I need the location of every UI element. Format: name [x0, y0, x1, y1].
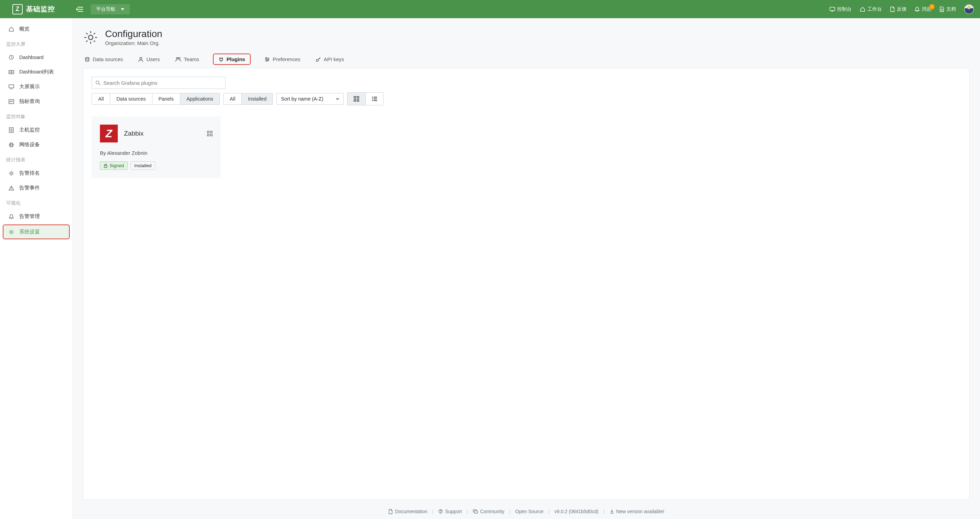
svg-rect-44 — [354, 100, 356, 101]
page-header: Configuration Organization: Main Org. — [83, 29, 970, 46]
message-badge: 1 — [929, 4, 935, 10]
monitor-icon — [8, 84, 14, 90]
plug-icon — [218, 57, 224, 62]
sidebar-group-reports: 统计报表 — [0, 152, 72, 166]
sort-select[interactable]: Sort by name (A-Z) — [277, 93, 344, 105]
platform-nav-dropdown[interactable]: 平台导航 — [91, 4, 130, 14]
svg-point-28 — [89, 35, 93, 40]
filter-install-all[interactable]: All — [224, 94, 242, 104]
page-subtitle: Organization: Main Org. — [105, 40, 162, 46]
nav-feedback[interactable]: 反馈 — [890, 6, 907, 12]
sidebar-collapse-button[interactable] — [73, 0, 86, 18]
sidebar-item-bigscreen[interactable]: 大屏展示 — [0, 79, 72, 94]
svg-rect-56 — [104, 165, 107, 168]
list-icon — [372, 97, 377, 101]
chart-icon — [8, 98, 14, 105]
svg-point-36 — [266, 57, 266, 58]
tab-plugins[interactable]: Plugins — [213, 54, 251, 65]
top-bar: Z 基础监控 平台导航 控制台 工作台 反馈 — [0, 0, 980, 18]
install-filter: All Installed — [223, 93, 273, 105]
chat-icon — [473, 509, 478, 514]
filter-type-panels[interactable]: Panels — [152, 94, 180, 104]
sidebar-item-system[interactable]: 系统设置 — [3, 224, 70, 239]
sidebar-item-alert-mgmt[interactable]: 告警管理 — [0, 209, 72, 224]
sidebar-item-alert-events[interactable]: 告警事件 — [0, 181, 72, 195]
alert-icon — [8, 170, 14, 176]
gear-icon — [83, 30, 98, 45]
main-content: Configuration Organization: Main Org. Da… — [73, 18, 980, 519]
svg-rect-43 — [357, 97, 359, 98]
sidebar-item-overview[interactable]: 概览 — [0, 22, 72, 37]
badge-signed: Signed — [100, 161, 128, 170]
svg-point-32 — [178, 57, 180, 59]
bell-icon — [915, 6, 920, 12]
lock-icon — [104, 164, 108, 168]
sidebar-item-dashboard[interactable]: Dashboard — [0, 50, 72, 65]
footer-open-source: Open Source — [515, 509, 544, 514]
footer-documentation[interactable]: Documentation — [388, 509, 427, 514]
grid-icon — [8, 69, 14, 75]
logo[interactable]: Z 基础监控 — [0, 4, 73, 14]
footer-community[interactable]: Community — [473, 509, 504, 514]
filter-install-installed[interactable]: Installed — [242, 94, 273, 104]
globe-icon — [8, 142, 14, 148]
key-icon — [315, 57, 321, 62]
nav-workbench[interactable]: 工作台 — [860, 6, 882, 12]
home-icon — [860, 6, 865, 12]
svg-rect-13 — [9, 85, 14, 88]
filter-type-data-sources[interactable]: Data sources — [110, 94, 152, 104]
svg-rect-60 — [474, 511, 478, 513]
svg-rect-42 — [354, 97, 356, 98]
filter-type-all[interactable]: All — [92, 94, 110, 104]
grid-icon — [354, 96, 359, 102]
monitor-icon — [830, 7, 835, 12]
sidebar-item-alert-rank[interactable]: 告警排名 — [0, 166, 72, 181]
filter-toolbar: All Data sources Panels Applications All… — [92, 92, 961, 105]
help-icon — [438, 509, 443, 514]
database-icon — [84, 57, 90, 62]
svg-point-58 — [441, 513, 441, 513]
svg-point-37 — [267, 59, 269, 60]
footer-version: v9.0.2 (0641b5d0cd) — [554, 509, 598, 514]
plugin-card-zabbix[interactable]: Z Zabbix By Alexander Zobnin Signed — [92, 116, 221, 178]
nav-messages[interactable]: 消息 1 — [915, 6, 931, 12]
chevron-down-icon — [336, 98, 339, 100]
tab-data-sources[interactable]: Data sources — [83, 54, 124, 65]
sliders-icon — [264, 57, 270, 62]
footer: Documentation | Support | Community | Op… — [83, 506, 970, 515]
sidebar-item-host[interactable]: 主机监控 — [0, 122, 72, 137]
sidebar-item-metrics[interactable]: 指标查询 — [0, 94, 72, 109]
download-icon — [609, 509, 614, 514]
svg-point-49 — [372, 97, 372, 97]
sidebar-group-targets: 监控对象 — [0, 109, 72, 122]
top-right-nav: 控制台 工作台 反馈 消息 1 文档 — [830, 5, 974, 14]
filter-type-applications[interactable]: Applications — [180, 94, 220, 104]
nav-docs[interactable]: 文档 — [939, 6, 956, 12]
tab-preferences[interactable]: Preferences — [263, 54, 302, 65]
footer-support[interactable]: Support — [438, 509, 462, 514]
tab-teams[interactable]: Teams — [174, 54, 200, 65]
svg-point-30 — [140, 57, 142, 59]
home-icon — [8, 26, 14, 32]
user-avatar[interactable] — [964, 5, 974, 14]
footer-new-version[interactable]: New version available! — [609, 509, 665, 514]
svg-point-50 — [372, 99, 372, 99]
tab-users[interactable]: Users — [137, 54, 161, 65]
svg-point-27 — [11, 231, 12, 233]
view-toggle — [347, 92, 383, 105]
server-icon — [8, 127, 14, 133]
page-title: Configuration — [105, 29, 162, 40]
tab-api-keys[interactable]: API keys — [314, 54, 345, 65]
search-plugins[interactable] — [92, 76, 226, 89]
gear-icon — [8, 229, 14, 235]
document-icon — [890, 6, 895, 12]
svg-marker-3 — [121, 8, 124, 10]
plugins-panel: All Data sources Panels Applications All… — [83, 68, 970, 500]
view-grid-button[interactable] — [347, 93, 365, 105]
sidebar-item-dashboard-list[interactable]: Dashboard列表 — [0, 65, 72, 79]
search-input[interactable] — [103, 80, 222, 86]
view-list-button[interactable] — [365, 93, 383, 105]
nav-console[interactable]: 控制台 — [830, 6, 851, 12]
sidebar-item-network[interactable]: 网络设备 — [0, 137, 72, 152]
search-icon — [95, 80, 100, 86]
